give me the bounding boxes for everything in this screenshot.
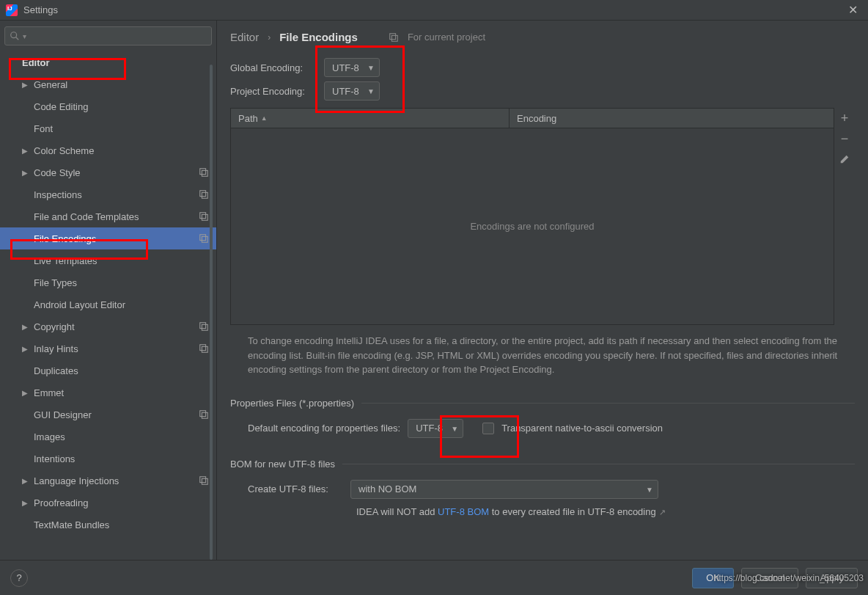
titlebar: Settings ✕ (0, 0, 868, 21)
sidebar-item-label: Copyright (34, 321, 75, 332)
sidebar-item-file-encodings[interactable]: ▶File Encodings (0, 227, 216, 249)
svg-rect-7 (202, 214, 207, 220)
search-input[interactable]: ▾ (4, 26, 212, 45)
chevron-right-icon: ▶ (22, 169, 34, 177)
chevron-right-icon: ▶ (22, 345, 34, 353)
transparent-checkbox[interactable] (482, 423, 494, 434)
sidebar-item-label: General (34, 79, 67, 90)
svg-rect-4 (200, 191, 206, 197)
app-icon (6, 4, 18, 16)
create-utf8-dropdown[interactable]: with NO BOM▼ (350, 480, 658, 499)
sidebar-item-label: Font (34, 123, 53, 134)
sidebar: ▾ ▶Editor▶General▶Code Editing▶Font▶Colo… (0, 21, 217, 560)
global-encoding-label: Global Encoding: (230, 62, 324, 73)
sidebar-item-inlay-hints[interactable]: ▶Inlay Hints (0, 337, 216, 359)
encodings-table-body: Encodings are not configured (230, 128, 834, 325)
sidebar-item-label: Editor (22, 57, 50, 68)
sidebar-item-emmet[interactable]: ▶Emmet (0, 382, 216, 404)
remove-button[interactable]: − (836, 128, 853, 149)
sidebar-item-label: Live Templates (34, 255, 97, 266)
search-icon (10, 31, 20, 41)
encodings-table-header: Path▲ Encoding (230, 108, 834, 128)
sidebar-item-label: Language Injections (34, 475, 119, 486)
window-title: Settings (23, 4, 58, 15)
sidebar-item-intentions[interactable]: ▶Intentions (0, 448, 216, 470)
breadcrumb: Editor › File Encodings For current proj… (230, 21, 855, 54)
sidebar-item-live-templates[interactable]: ▶Live Templates (0, 249, 216, 271)
sidebar-item-label: TextMate Bundles (34, 519, 109, 530)
sidebar-item-font[interactable]: ▶Font (0, 117, 216, 139)
project-note: For current project (408, 32, 485, 43)
sidebar-item-code-style[interactable]: ▶Code Style (0, 161, 216, 183)
svg-rect-10 (200, 323, 206, 329)
breadcrumb-root[interactable]: Editor (230, 31, 259, 43)
sidebar-item-copyright[interactable]: ▶Copyright (0, 315, 216, 337)
properties-encoding-dropdown[interactable]: UTF-8▼ (408, 419, 463, 438)
sidebar-item-file-types[interactable]: ▶File Types (0, 271, 216, 293)
pencil-icon (839, 154, 850, 164)
project-encoding-dropdown[interactable]: UTF-8▼ (324, 81, 380, 101)
sidebar-item-images[interactable]: ▶Images (0, 426, 216, 448)
chevron-down-icon: ▼ (367, 64, 375, 72)
chevron-down-icon: ▼ (451, 424, 458, 432)
copy-icon (199, 189, 209, 200)
sidebar-item-inspections[interactable]: ▶Inspections (0, 183, 216, 205)
bom-section-title: BOM for new UTF-8 files (230, 459, 855, 470)
svg-rect-18 (390, 33, 396, 39)
copy-icon (199, 233, 209, 244)
chevron-down-icon: ▾ (23, 32, 26, 40)
sidebar-item-language-injections[interactable]: ▶Language Injections (0, 470, 216, 492)
close-icon[interactable]: ✕ (844, 3, 862, 17)
watermark: https://blog.csdn.net/weixin_56405203 (714, 573, 864, 583)
copy-icon (199, 321, 209, 332)
svg-rect-9 (202, 236, 207, 242)
sidebar-item-code-editing[interactable]: ▶Code Editing (0, 95, 216, 117)
sidebar-item-editor[interactable]: ▶Editor (0, 51, 216, 73)
copy-icon (199, 343, 209, 354)
svg-rect-15 (202, 412, 207, 418)
sidebar-item-label: File Types (34, 277, 77, 288)
scrollbar[interactable] (210, 65, 213, 560)
chevron-right-icon: ▶ (22, 323, 34, 331)
svg-rect-19 (391, 35, 397, 41)
transparent-label: Transparent native-to-ascii conversion (501, 423, 663, 434)
sidebar-item-color-scheme[interactable]: ▶Color Scheme (0, 139, 216, 161)
copy-icon (199, 167, 209, 178)
sidebar-item-label: Emmet (34, 387, 64, 398)
svg-rect-3 (202, 170, 207, 176)
sidebar-item-label: Android Layout Editor (34, 299, 125, 310)
copy-icon (199, 409, 209, 420)
chevron-right-icon: ▶ (22, 477, 34, 485)
edit-button[interactable] (836, 149, 853, 169)
column-path[interactable]: Path▲ (231, 109, 510, 128)
svg-point-0 (11, 32, 17, 38)
properties-section-title: Properties Files (*.properties) (230, 398, 855, 409)
sidebar-item-label: Intentions (34, 453, 75, 464)
sidebar-item-label: Code Editing (34, 101, 88, 112)
column-encoding[interactable]: Encoding (510, 109, 834, 128)
chevron-right-icon: ▶ (22, 147, 34, 155)
svg-rect-16 (200, 477, 206, 483)
sidebar-item-label: Color Scheme (34, 145, 94, 156)
add-button[interactable]: + (836, 108, 853, 128)
sidebar-item-duplicates[interactable]: ▶Duplicates (0, 359, 216, 382)
sidebar-item-label: Inlay Hints (34, 343, 78, 354)
chevron-down-icon: ▼ (367, 87, 375, 95)
sort-asc-icon: ▲ (261, 114, 268, 122)
utf8-bom-link[interactable]: UTF-8 BOM (438, 506, 489, 517)
sidebar-item-textmate-bundles[interactable]: ▶TextMate Bundles (0, 514, 216, 536)
sidebar-item-general[interactable]: ▶General (0, 73, 216, 95)
sidebar-item-proofreading[interactable]: ▶Proofreading (0, 492, 216, 514)
global-encoding-dropdown[interactable]: UTF-8▼ (324, 58, 380, 77)
help-button[interactable]: ? (10, 569, 28, 587)
project-encoding-label: Project Encoding: (230, 86, 324, 97)
sidebar-item-gui-designer[interactable]: ▶GUI Designer (0, 404, 216, 426)
chevron-right-icon: ▶ (22, 81, 34, 89)
copy-icon (199, 211, 209, 222)
chevron-right-icon: ▶ (22, 389, 34, 397)
svg-rect-14 (200, 411, 206, 417)
sidebar-item-label: File Encodings (34, 233, 96, 244)
sidebar-item-android-layout-editor[interactable]: ▶Android Layout Editor (0, 293, 216, 315)
help-text: To change encoding IntelliJ IDEA uses fo… (248, 334, 855, 377)
sidebar-item-file-and-code-templates[interactable]: ▶File and Code Templates (0, 205, 216, 227)
